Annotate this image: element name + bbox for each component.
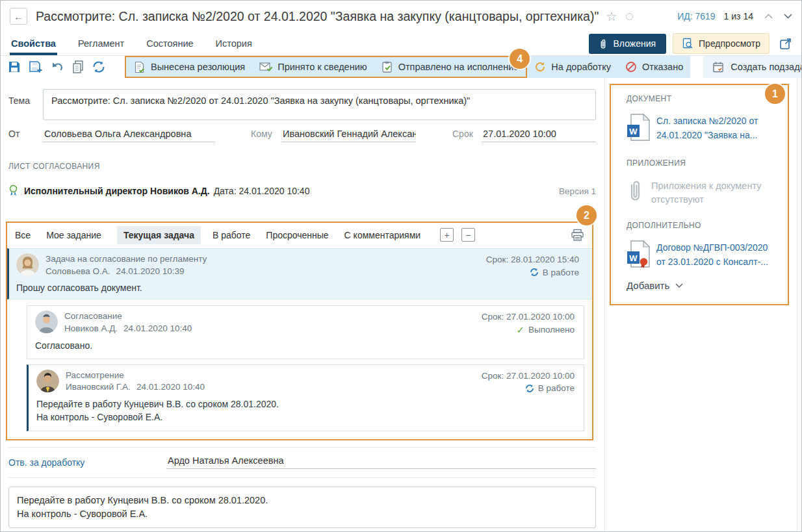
task-item-review[interactable]: Рассмотрение Ивановский Г.А.24.01.2020 1… — [27, 364, 584, 431]
create-subtask-label: Создать подзадачу — [731, 62, 802, 72]
task-deadline: Срок: 27.01.2020 10:00 — [482, 370, 575, 383]
task-status: В работе — [538, 382, 575, 395]
tab-history[interactable]: История — [214, 32, 253, 55]
approval-date: Дата: 24.01.2020 10:40 — [214, 186, 310, 196]
avatar-man-icon — [35, 310, 58, 333]
approval-entry: Исполнительный директор Новиков А.Д.Дата… — [8, 184, 596, 198]
tab-properties[interactable]: Свойства — [10, 32, 57, 55]
paperclip-icon — [599, 38, 607, 49]
expand-all-button[interactable]: + — [440, 228, 454, 242]
rework-arrow-icon — [534, 61, 546, 73]
task-body: Согласовано. — [35, 339, 575, 352]
filter-in-progress[interactable]: В работе — [213, 230, 250, 240]
save-and-create-button[interactable] — [29, 56, 43, 78]
avatar — [35, 310, 58, 333]
document-check-icon — [133, 61, 146, 73]
to-label: Кому — [251, 129, 281, 142]
filter-current-task[interactable]: Текущая задача — [117, 226, 201, 244]
collapse-all-button[interactable]: − — [461, 228, 475, 242]
approval-sheet-title: ЛИСТ СОГЛАСОВАНИЯ — [8, 162, 596, 171]
rework-responsible-label[interactable]: Отв. за доработку — [8, 457, 166, 468]
task-date: 24.01.2020 10:40 — [123, 323, 192, 333]
resolution-issued-button[interactable]: Вынесена резолюция — [126, 57, 252, 77]
attachments-button[interactable]: Вложения — [589, 34, 666, 54]
rework-button[interactable]: На доработку — [527, 56, 618, 78]
save-button[interactable] — [7, 56, 21, 78]
from-input[interactable]: Соловьева Ольга Александровна — [43, 129, 215, 142]
word-document-icon: W — [627, 114, 650, 141]
task-title: Согласование — [64, 310, 192, 323]
rework-responsible-row: Отв. за доработку Ардо Наталья Алексеевн… — [8, 448, 596, 477]
document-item[interactable]: W Сл. записка №2/2020 от 24.01.2020 "Зая… — [627, 114, 779, 143]
filter-all[interactable]: Все — [15, 230, 31, 240]
chevron-down-icon — [675, 283, 683, 288]
open-in-window-button[interactable] — [779, 37, 792, 50]
undo-icon — [50, 60, 64, 74]
back-button[interactable]: ← — [10, 8, 27, 25]
avatar — [36, 370, 59, 392]
clipboard-check-icon — [382, 61, 393, 73]
save-and-create-icon — [29, 60, 43, 74]
routing-fields-row: От Соловьева Ольга Александровна Кому Ив… — [8, 129, 596, 142]
to-input[interactable]: Ивановский Геннадий Александров — [281, 129, 416, 142]
acknowledged-label: Принято к сведению — [278, 62, 367, 72]
task-author: Соловьева О.А. — [45, 266, 110, 276]
tab-regulation[interactable]: Регламент — [77, 32, 125, 55]
sent-for-execution-button[interactable]: Отправлено на исполнение — [374, 57, 526, 77]
print-button[interactable] — [571, 229, 584, 242]
task-title: Рассмотрение — [66, 370, 205, 382]
additional-link[interactable]: Договор №ДГВП-003/2020 от 23.01.2020 с К… — [656, 240, 768, 270]
scrollbar-track[interactable] — [797, 78, 797, 532]
favorite-star-icon[interactable]: ☆ — [606, 10, 617, 23]
task-author: Ивановский Г.А. — [66, 382, 131, 392]
subtask-calendar-icon — [712, 61, 725, 73]
chevron-down-icon — [784, 14, 792, 19]
attachments-label: Вложения — [613, 38, 656, 49]
in-progress-icon — [530, 268, 539, 277]
printer-icon — [571, 229, 584, 242]
copy-button[interactable] — [71, 56, 84, 78]
resolution-text-input[interactable]: Передайте в работу Кунцевич В.В. со срок… — [8, 487, 596, 528]
side-panel: 1 ДОКУМЕНТ W Сл. записка №2/2020 от 24.0… — [605, 78, 801, 532]
approval-medal-icon — [8, 184, 18, 197]
prev-record-button[interactable] — [764, 14, 773, 19]
refresh-icon — [92, 60, 106, 74]
due-input[interactable]: 27.01.2020 10:00 — [482, 129, 596, 142]
task-body: Передайте в работу Кунцевич В.В. со срок… — [36, 398, 575, 424]
add-attachment-label: Добавить — [627, 280, 669, 291]
avatar-man-dark-icon — [36, 370, 59, 392]
filter-my-assignment[interactable]: Мое задание — [46, 230, 101, 240]
refresh-button[interactable] — [92, 56, 106, 78]
create-subtask-button[interactable]: Создать подзадачу — [703, 56, 802, 78]
word-contract-icon: W — [627, 240, 650, 269]
subject-input[interactable]: Рассмотрите: Сл. записка №2/2020 от 24.0… — [43, 89, 596, 120]
acknowledged-button[interactable]: Принято к сведению — [252, 57, 374, 77]
task-item-approval[interactable]: Согласование Новиков А.Д.24.01.2020 10:4… — [27, 305, 584, 359]
rework-label: На доработку — [551, 62, 611, 72]
completed-check-icon: ✓ — [516, 325, 524, 335]
preview-button[interactable]: Предпросмотр — [673, 33, 770, 54]
main-form: Тема Рассмотрите: Сл. записка №2/2020 от… — [1, 78, 605, 532]
attachments-empty-row: Приложения к документу отсутствуют — [627, 179, 779, 207]
highlighted-action-group: Вынесена резолюция Принято к сведению От… — [125, 56, 527, 78]
rejected-button[interactable]: Отказано — [618, 56, 690, 78]
document-link[interactable]: Сл. записка №2/2020 от 24.01.2020 "Заявк… — [656, 114, 758, 143]
filter-overdue[interactable]: Просроченные — [266, 230, 328, 240]
avatar-woman-icon — [16, 253, 39, 276]
task-status: В работе — [543, 266, 579, 279]
filter-with-comments[interactable]: С комментариями — [344, 230, 421, 240]
next-record-button[interactable] — [784, 14, 792, 19]
from-label: От — [8, 129, 43, 142]
task-title: Задача на согласование по регламенту — [45, 253, 207, 266]
task-item-root[interactable]: Задача на согласование по регламенту Сол… — [7, 248, 592, 299]
rejected-icon — [625, 61, 637, 73]
undo-button[interactable] — [50, 56, 64, 78]
chevron-up-icon — [764, 14, 773, 19]
add-attachment-button[interactable]: Добавить — [627, 280, 779, 291]
tabbar: Свойства Регламент Состояние История Вло… — [1, 32, 801, 56]
rework-responsible-input[interactable]: Ардо Наталья Алексеевна — [166, 455, 596, 469]
tab-state[interactable]: Состояние — [145, 32, 194, 55]
additional-item[interactable]: W Договор №ДГВП-003/2020 от 23.01.2020 с… — [627, 240, 779, 270]
callout-badge-2: 2 — [576, 205, 597, 225]
callout-badge-4: 4 — [510, 49, 530, 69]
